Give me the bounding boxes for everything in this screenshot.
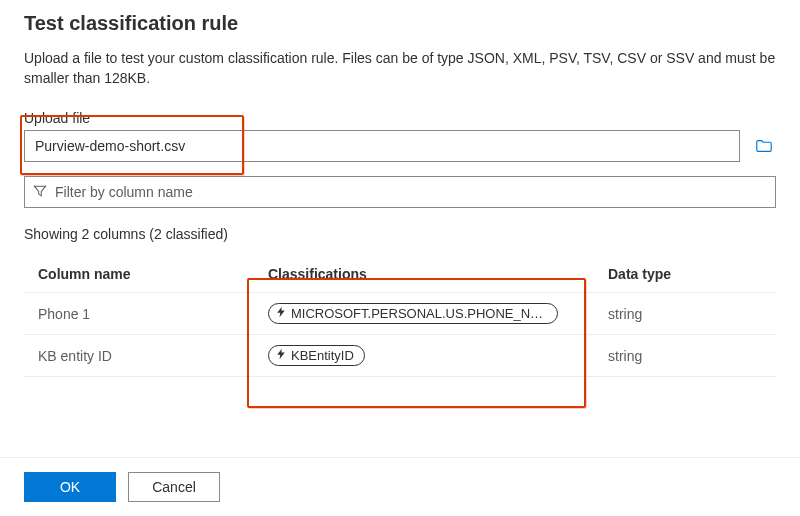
description-text: Upload a file to test your custom classi…	[24, 49, 776, 88]
footer-divider	[0, 457, 800, 458]
filter-icon	[33, 184, 47, 201]
cancel-button[interactable]: Cancel	[128, 472, 220, 502]
footer-buttons: OK Cancel	[24, 472, 220, 502]
folder-open-icon[interactable]	[752, 134, 776, 158]
classification-label: KBEntityID	[291, 348, 354, 363]
table-row: KB entity ID KBEntityID string	[24, 335, 776, 377]
ok-button[interactable]: OK	[24, 472, 116, 502]
classification-chip[interactable]: MICROSOFT.PERSONAL.US.PHONE_NU...	[268, 303, 558, 324]
cell-column-name: KB entity ID	[24, 335, 254, 377]
results-table: Column name Classifications Data type Ph…	[24, 256, 776, 377]
classification-chip[interactable]: KBEntityID	[268, 345, 365, 366]
cell-column-name: Phone 1	[24, 293, 254, 335]
upload-file-input[interactable]	[24, 130, 740, 162]
filter-input-wrapper[interactable]	[24, 176, 776, 208]
table-row: Phone 1 MICROSOFT.PERSONAL.US.PHONE_NU..…	[24, 293, 776, 335]
upload-file-label: Upload file	[24, 106, 776, 126]
header-data-type: Data type	[594, 256, 776, 293]
cell-data-type: string	[594, 335, 776, 377]
bolt-icon	[275, 348, 287, 363]
filter-section	[24, 176, 776, 208]
header-classifications: Classifications	[254, 256, 594, 293]
classification-label: MICROSOFT.PERSONAL.US.PHONE_NU...	[291, 306, 547, 321]
cell-data-type: string	[594, 293, 776, 335]
header-column-name: Column name	[24, 256, 254, 293]
showing-columns-text: Showing 2 columns (2 classified)	[24, 226, 776, 242]
bolt-icon	[275, 306, 287, 321]
upload-section: Upload file	[24, 106, 776, 162]
page-title: Test classification rule	[24, 12, 776, 35]
filter-input[interactable]	[55, 184, 767, 200]
